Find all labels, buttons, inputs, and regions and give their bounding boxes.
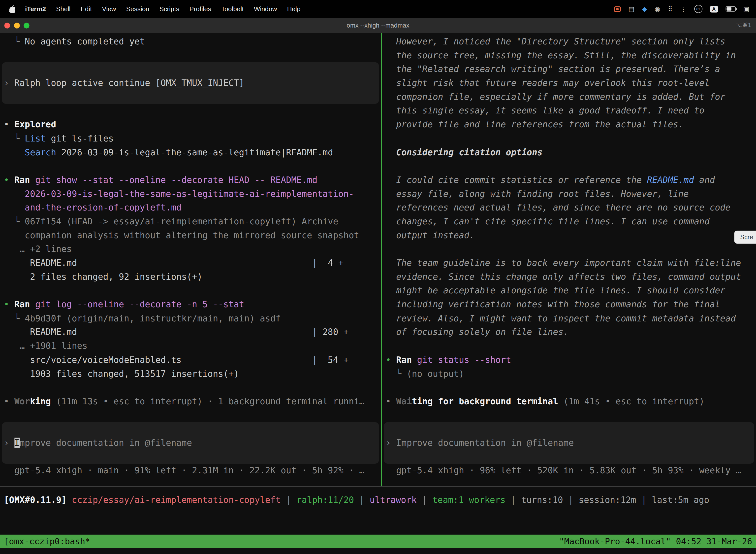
terminal-line: [382, 159, 756, 173]
tmux-host-clock: "MacBook-Pro-44.local" 04:52 31-Mar-26: [559, 537, 752, 546]
terminal-line: • Working (11m 13s • esc to interrupt) ·…: [0, 395, 381, 408]
terminal-line: README.md | 280 +: [0, 325, 381, 339]
terminal-line: • Explored: [0, 118, 381, 132]
terminal-line: including verification notes with those …: [382, 297, 756, 312]
terminal-line: The team guideline is to back every impo…: [382, 256, 756, 270]
terminal-line: └ 4b9d30f (origin/main, instructkr/main,…: [0, 312, 381, 325]
menu-item-iterm2[interactable]: iTerm2: [25, 5, 46, 12]
terminal-line: [0, 408, 381, 423]
left-pane-body: • Explored └ List git ls-files Search 20…: [0, 104, 381, 423]
terminal-line: › Ralph loop active continue [OMX_TMUX_I…: [2, 76, 244, 90]
terminal-line: • Waiting for background terminal (1m 41…: [382, 395, 756, 408]
terminal-line: the "Related research writing" section i…: [382, 62, 756, 76]
terminal-line: references need actual files, and since …: [382, 201, 756, 215]
iterm2-window: iTerm2ShellEditViewSessionScriptsProfile…: [0, 0, 756, 554]
menu-item-view[interactable]: View: [102, 5, 116, 12]
menu-item-toolbelt[interactable]: Toolbelt: [221, 5, 244, 12]
terminal-line: [0, 104, 381, 118]
terminal-line: [382, 408, 756, 423]
menu-item-window[interactable]: Window: [254, 5, 277, 12]
apple-menu-icon[interactable]: [9, 5, 15, 13]
terminal-line: [0, 159, 381, 173]
terminal-line: └ List git ls-files: [0, 131, 381, 146]
terminal-line: essay file, along with finding root file…: [382, 187, 756, 201]
terminal-line: and-the-erosion-of-copyleft.md: [0, 201, 381, 215]
terminal-line: [0, 49, 381, 63]
right-terminal-pane[interactable]: However, I noticed the "Directory Struct…: [382, 33, 756, 486]
battery-icon[interactable]: [726, 6, 736, 11]
circle-app-icon[interactable]: ◉: [654, 6, 660, 12]
terminal-line: evidence. Since this change only affects…: [382, 270, 756, 284]
terminal-line: [0, 284, 381, 298]
menu-item-edit[interactable]: Edit: [81, 5, 92, 12]
left-prompt-input[interactable]: › Improve documentation in @filename: [2, 422, 379, 464]
right-status-line: gpt-5.4 xhigh · 96% left · 520K in · 5.8…: [382, 464, 756, 478]
control-center-icon[interactable]: ▣: [743, 6, 749, 12]
terminal-line: changes, I can't cite specific file line…: [382, 215, 756, 229]
right-pane-body: However, I noticed the "Directory Struct…: [382, 35, 756, 422]
terminal-line: Considering citation options: [382, 146, 756, 159]
terminal-line: • Ran git status --short: [382, 353, 756, 367]
terminal-line: 1903 files changed, 513517 insertions(+): [0, 367, 381, 381]
terminal-line: [382, 242, 756, 256]
terminal-line: └ 067f154 (HEAD -> essay/ai-reimplementa…: [0, 215, 381, 229]
terminal-line: [0, 381, 381, 395]
terminal-line: … +2 lines: [0, 242, 381, 256]
terminal-line: … +1901 lines: [0, 339, 381, 353]
terminal-line: • Ran git show --stat --oneline --decora…: [0, 173, 381, 187]
battery-gauge-icon[interactable]: 61: [694, 5, 702, 13]
terminal-line: › Improve documentation in @filename: [384, 436, 574, 450]
input-source-icon[interactable]: A: [710, 5, 718, 12]
terminal-line: • Ran git log --oneline --decorate -n 5 …: [0, 298, 381, 312]
terminal-line: Search 2026-03-09-is-legal-the-same-as-l…: [0, 146, 381, 159]
window-shortcut-badge: ⌥⌘1: [736, 18, 751, 33]
terminal-line: src/voice/voiceModeEnabled.ts | 54 +: [0, 353, 381, 367]
left-pane-top: └ No agents completed yet: [0, 35, 381, 63]
terminal-line: gpt-5.4 xhigh · 96% left · 520K in · 5.8…: [382, 464, 756, 478]
terminal-line: the source tree, missing the essay. Stil…: [382, 49, 756, 63]
menu-item-help[interactable]: Help: [287, 5, 301, 12]
tmux-session-label: [omx-cczip0:bash*: [4, 537, 90, 546]
terminal-line: [382, 131, 756, 146]
terminal-line: companion file, especially if more comme…: [382, 90, 756, 104]
keyboard-icon[interactable]: ▤: [629, 6, 634, 12]
blue-app-icon[interactable]: ◆: [642, 6, 647, 12]
menu-item-scripts[interactable]: Scripts: [160, 5, 179, 12]
menu-item-session[interactable]: Session: [126, 5, 149, 12]
right-prompt-input[interactable]: › Improve documentation in @filename: [384, 422, 754, 464]
dots-app-icon[interactable]: ⋮: [680, 6, 686, 12]
ralph-loop-banner: › Ralph loop active continue [OMX_TMUX_I…: [2, 62, 379, 104]
terminal-line: companion analysis without altering the …: [0, 229, 381, 242]
terminal-line: review. Also, I might want to inspect th…: [382, 312, 756, 325]
left-terminal-pane[interactable]: └ No agents completed yet › Ralph loop a…: [0, 33, 381, 486]
omx-status-bar: [OMX#0.11.9] cczip/essay/ai-reimplementa…: [0, 493, 756, 507]
terminal-line: README.md | 4 +: [0, 256, 381, 270]
screen-recording-icon[interactable]: [614, 6, 621, 12]
menubar-items: iTerm2ShellEditViewSessionScriptsProfile…: [25, 5, 300, 12]
terminal-line: └ (no output): [382, 367, 756, 381]
terminal-area: └ No agents completed yet › Ralph loop a…: [0, 33, 756, 487]
terminal-line: [382, 339, 756, 353]
macos-menubar: iTerm2ShellEditViewSessionScriptsProfile…: [0, 0, 756, 18]
terminal-line: provide file and line references from th…: [382, 118, 756, 132]
terminal-line: 2026-03-09-is-legal-the-same-as-legitima…: [0, 187, 381, 201]
terminal-line: this single essay, it seems like a good …: [382, 104, 756, 118]
menubar-status-icons: ▤◆◉⠿⋮61A▣: [614, 5, 749, 13]
terminal-line: [382, 381, 756, 395]
menu-item-shell[interactable]: Shell: [56, 5, 70, 12]
terminal-line: slight risk that future readers may over…: [382, 76, 756, 90]
window-title: omx --xhigh --madmax: [0, 18, 756, 33]
terminal-line: However, I noticed the "Directory Struct…: [382, 35, 756, 49]
terminal-line: output instead.: [382, 229, 756, 242]
grid-app-icon[interactable]: ⠿: [668, 6, 673, 12]
terminal-line: 2 files changed, 92 insertions(+): [0, 270, 381, 284]
terminal-line: › Improve documentation in @filename: [2, 436, 192, 450]
terminal-line: of focusing solely on file lines.: [382, 325, 756, 339]
screen-edge-tooltip[interactable]: Scre: [735, 231, 756, 243]
menu-item-profiles[interactable]: Profiles: [189, 5, 211, 12]
left-status-line: gpt-5.4 xhigh · main · 91% left · 2.31M …: [0, 464, 381, 478]
terminal-line: [OMX#0.11.9] cczip/essay/ai-reimplementa…: [0, 493, 756, 507]
terminal-line: └ No agents completed yet: [0, 35, 381, 49]
terminal-line: I could cite commit statistics or refere…: [382, 173, 756, 187]
window-titlebar: omx --xhigh --madmax ⌥⌘1: [0, 18, 756, 33]
